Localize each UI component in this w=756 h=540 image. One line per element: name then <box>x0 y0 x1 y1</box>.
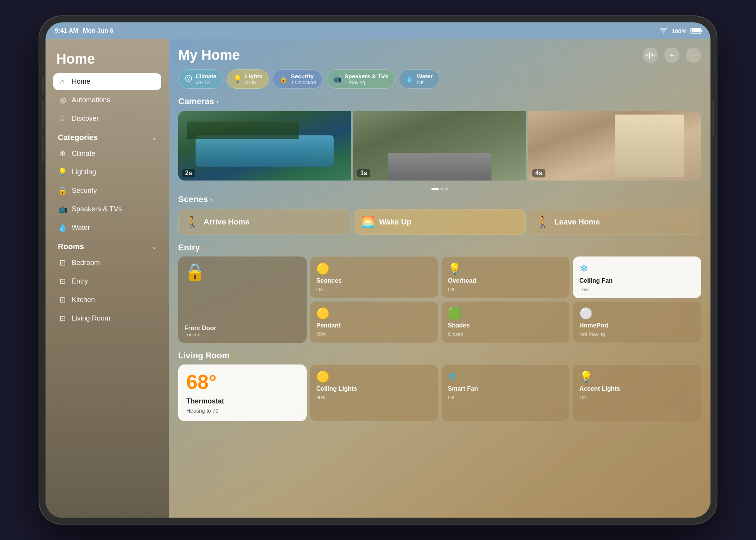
livingroom-room-icon: ⊡ <box>58 314 67 323</box>
front-door-status: Locked <box>184 332 300 338</box>
sidebar-item-security[interactable]: 🔒 Security <box>53 182 161 199</box>
automations-icon: ◎ <box>58 95 67 105</box>
sidebar: Home ⌂ Home ◎ Automations ☆ Discover Cat… <box>46 39 169 518</box>
sidebar-item-entry[interactable]: ⊡ Entry <box>53 273 161 290</box>
sidebar-item-kitchen[interactable]: ⊡ Kitchen <box>53 291 161 308</box>
add-button[interactable]: + <box>664 47 680 63</box>
speakers-icon: 📺 <box>58 204 67 214</box>
volume-down-button[interactable] <box>42 135 44 162</box>
svg-point-7 <box>187 77 188 78</box>
svg-point-8 <box>189 77 191 78</box>
camera-bedroom[interactable]: 4s <box>528 111 701 181</box>
pill-water[interactable]: 💧 Water Off <box>399 69 439 89</box>
device-accent-lights[interactable]: 💡 Accent Lights Off <box>573 364 701 421</box>
lights-pill-text: Lights 3 On <box>245 73 262 85</box>
ceiling-lights-status: 90% <box>316 395 432 400</box>
entry-device-grid: 🔒 Front Door Locked 🟡 Sconces On <box>178 256 701 343</box>
wake-up-label: Wake Up <box>379 218 412 226</box>
scenes-chevron-icon: › <box>210 196 212 203</box>
status-bar: 9:41 AM Mon Jun 6 100% <box>46 22 710 39</box>
device-pendant[interactable]: 🟡 Pendant 25% <box>310 301 438 343</box>
volume-up-button[interactable] <box>42 100 44 127</box>
homepod-icon: ⚪ <box>579 307 695 320</box>
device-overhead[interactable]: 💡 Overhead Off <box>441 256 570 298</box>
device-homepod[interactable]: ⚪ HomePod Not Playing <box>573 301 701 343</box>
speakers-pill-icon: 📺 <box>333 75 341 83</box>
device-smart-fan[interactable]: ❄ Smart Fan Off <box>441 364 570 421</box>
scene-leave-home[interactable]: 🚶 Leave Home <box>529 209 701 235</box>
camera-garage-timestamp: 1s <box>357 169 370 177</box>
climate-pill-icon <box>185 74 192 84</box>
pendant-status: 25% <box>316 331 432 337</box>
scene-wake-up[interactable]: 🌅 Wake Up <box>354 209 526 235</box>
entry-room-icon: ⊡ <box>58 277 67 286</box>
kitchen-room-icon: ⊡ <box>58 295 67 304</box>
thermostat-name: Thermostat <box>186 397 299 405</box>
sidebar-title: Home <box>53 51 161 67</box>
ipad-screen: 9:41 AM Mon Jun 6 100% <box>46 22 710 518</box>
ellipsis-icon: ··· <box>689 51 698 60</box>
device-thermostat[interactable]: 68° Thermostat Heating to 70 <box>178 364 307 421</box>
camera-garage[interactable]: 1s <box>353 111 526 181</box>
water-pill-icon: 💧 <box>405 75 414 83</box>
shades-status: Closed <box>448 331 563 337</box>
arrive-home-icon: 🚶 <box>186 216 199 228</box>
sidebar-discover-label: Discover <box>72 115 99 123</box>
svg-rect-2 <box>649 52 650 59</box>
homepod-status: Not Playing <box>579 331 695 337</box>
battery-icon <box>690 28 701 34</box>
waveform-icon <box>646 52 655 59</box>
sidebar-item-water[interactable]: 💧 Water <box>53 219 161 236</box>
sidebar-item-climate[interactable]: ❄ Climate <box>53 145 161 162</box>
pill-speakers[interactable]: 📺 Speakers & TVs 1 Playing <box>326 69 395 89</box>
camera-pool[interactable]: 2s <box>178 111 351 181</box>
svg-point-6 <box>186 75 192 81</box>
thermostat-status: Heating to 70 <box>186 408 299 414</box>
power-button[interactable] <box>712 100 714 135</box>
mute-button[interactable] <box>42 77 44 94</box>
entry-room-section: Entry › 🔒 Front Door Locked <box>178 243 701 343</box>
pill-climate[interactable]: Climate 68–72° <box>178 69 223 89</box>
sidebar-item-home[interactable]: ⌂ Home <box>53 73 161 90</box>
accent-lights-status: Off <box>579 395 695 400</box>
svg-rect-0 <box>646 54 647 56</box>
ceiling-fan-icon: ❄ <box>579 262 695 275</box>
wifi-icon <box>660 28 668 34</box>
sidebar-item-discover[interactable]: ☆ Discover <box>53 110 161 127</box>
status-right: 100% <box>660 28 701 34</box>
sidebar-item-speakers[interactable]: 📺 Speakers & TVs <box>53 201 161 218</box>
pill-security[interactable]: 🔒 Security 1 Unlocked <box>273 69 322 89</box>
pendant-name: Pendant <box>316 322 432 329</box>
sidebar-item-automations[interactable]: ◎ Automations <box>53 91 161 108</box>
scene-arrive-home[interactable]: 🚶 Arrive Home <box>178 209 351 235</box>
overhead-name: Overhead <box>448 277 563 284</box>
sidebar-item-bedroom[interactable]: ⊡ Bedroom <box>53 254 161 271</box>
sidebar-item-livingroom[interactable]: ⊡ Living Room <box>53 310 161 327</box>
speakers-pill-text: Speakers & TVs 1 Playing <box>344 73 388 85</box>
pill-lights[interactable]: 💡 Lights 3 On <box>227 69 269 89</box>
more-button[interactable]: ··· <box>686 47 701 63</box>
leave-home-icon: 🚶 <box>536 216 550 228</box>
right-panel: My Home <box>169 39 710 518</box>
device-ceiling-fan[interactable]: ❄ Ceiling Fan Low <box>573 256 701 298</box>
waveform-button[interactable] <box>643 47 658 63</box>
sidebar-automations-label: Automations <box>72 96 110 104</box>
security-pill-icon: 🔒 <box>279 75 288 83</box>
device-sconces[interactable]: 🟡 Sconces On <box>310 256 438 298</box>
date-display: Mon Jun 6 <box>83 27 113 34</box>
lights-pill-icon: 💡 <box>233 75 242 83</box>
scenes-section-header: Scenes › <box>178 194 701 204</box>
device-front-door[interactable]: 🔒 Front Door Locked <box>178 256 307 343</box>
overhead-status: Off <box>448 287 563 292</box>
water-pill-text: Water Off <box>417 73 433 85</box>
category-pills: Climate 68–72° 💡 Lights 3 On <box>178 69 701 89</box>
sconces-icon: 🟡 <box>316 262 432 275</box>
accent-lights-icon: 💡 <box>579 370 695 383</box>
sidebar-item-lighting[interactable]: 💡 Lighting <box>53 164 161 181</box>
smart-fan-status: Off <box>448 395 563 400</box>
panel-title: My Home <box>178 47 240 63</box>
water-icon: 💧 <box>58 223 67 232</box>
device-ceiling-lights[interactable]: 🟡 Ceiling Lights 90% <box>310 364 438 421</box>
bedroom-room-icon: ⊡ <box>58 258 67 267</box>
device-shades[interactable]: 🟩 Shades Closed <box>441 301 570 343</box>
